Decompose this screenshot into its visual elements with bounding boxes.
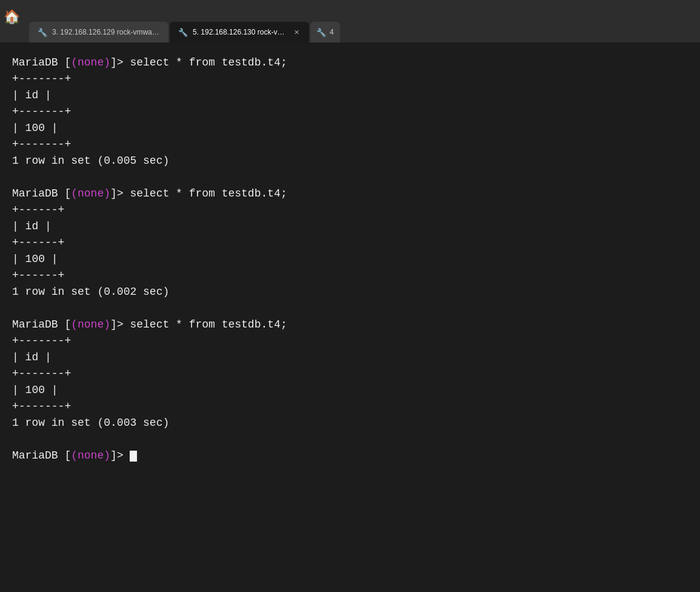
table-bottom-3: +-------+ [12, 399, 688, 415]
prompt-suffix-3: ]> select * from testdb.t4; [110, 318, 287, 331]
prompt-suffix-2: ]> select * from testdb.t4; [110, 187, 287, 200]
tab2-close-button[interactable]: ✕ [293, 27, 301, 37]
final-prompt-suffix: ]> [110, 449, 130, 462]
prompt-none-1: (none) [71, 56, 110, 69]
prompt-prefix-2: MariaDB [ [12, 187, 71, 200]
table-value-1: | 100 | [12, 120, 688, 136]
tab2-icon: 🔧 [178, 28, 188, 37]
tab2-label: 5. 192.168.126.130 rock-vmwaresta [193, 28, 285, 36]
tab-2[interactable]: 🔧 5. 192.168.126.130 rock-vmwaresta ✕ [170, 22, 309, 42]
prompt-line-1: MariaDB [(none)]> select * from testdb.t… [12, 55, 688, 71]
tab1-icon: 🔧 [38, 28, 47, 37]
table-value-2: | 100 | [12, 251, 688, 267]
prompt-none-3: (none) [71, 318, 110, 331]
table-top-3: +-------+ [12, 333, 688, 349]
home-icon[interactable]: 🏠 [4, 9, 20, 25]
prompt-prefix-3: MariaDB [ [12, 318, 71, 331]
prompt-line-3: MariaDB [(none)]> select * from testdb.t… [12, 317, 688, 333]
table-mid-1: +-------+ [12, 104, 688, 120]
final-prompt-prefix: MariaDB [ [12, 449, 71, 462]
table-value-3: | 100 | [12, 382, 688, 399]
prompt-line-2: MariaDB [(none)]> select * from testdb.t… [12, 186, 688, 202]
result-2: 1 row in set (0.002 sec) [12, 284, 688, 300]
table-header-3: | id | [12, 349, 688, 366]
final-prompt-line[interactable]: MariaDB [(none)]> [12, 448, 688, 464]
terminal-block-2: MariaDB [(none)]> select * from testdb.t… [12, 186, 688, 300]
table-mid-2: +------+ [12, 235, 688, 251]
final-prompt-none: (none) [71, 449, 110, 462]
table-header-1: | id | [12, 87, 688, 104]
prompt-prefix-1: MariaDB [ [12, 56, 71, 69]
tab-1[interactable]: 🔧 3. 192.168.126.129 rock-vmwarestation [29, 22, 168, 42]
table-top-2: +------+ [12, 202, 688, 218]
terminal-cursor [130, 451, 137, 462]
tab1-label: 3. 192.168.126.129 rock-vmwarestation [52, 28, 160, 36]
terminal-output: MariaDB [(none)]> select * from testdb.t… [0, 42, 700, 592]
terminal-block-3: MariaDB [(none)]> select * from testdb.t… [12, 317, 688, 431]
table-mid-3: +-------+ [12, 366, 688, 382]
prompt-none-2: (none) [71, 187, 110, 200]
table-header-2: | id | [12, 218, 688, 235]
prompt-suffix-1: ]> select * from testdb.t4; [110, 56, 287, 69]
table-bottom-2: +------+ [12, 267, 688, 284]
terminal-block-1: MariaDB [(none)]> select * from testdb.t… [12, 55, 688, 169]
tab3-icon: 🔧 [316, 28, 326, 37]
table-bottom-1: +-------+ [12, 136, 688, 153]
tab-3[interactable]: 🔧 4 [310, 22, 340, 42]
table-top-1: +-------+ [12, 71, 688, 87]
tab-bar: 🔧 3. 192.168.126.129 rock-vmwarestation … [29, 22, 340, 42]
tab3-label: 4 [330, 28, 334, 36]
result-3: 1 row in set (0.003 sec) [12, 415, 688, 431]
result-1: 1 row in set (0.005 sec) [12, 153, 688, 169]
